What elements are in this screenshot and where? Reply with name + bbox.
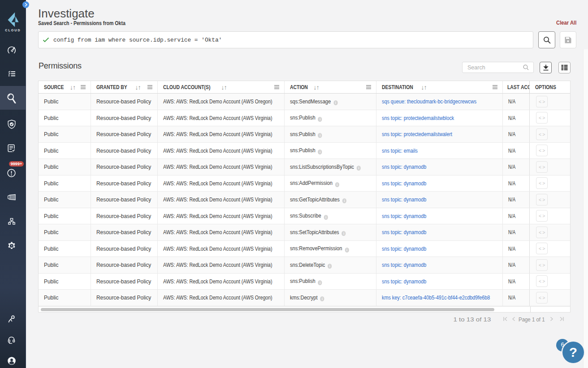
svg-text:CLOUD: CLOUD bbox=[5, 29, 21, 32]
